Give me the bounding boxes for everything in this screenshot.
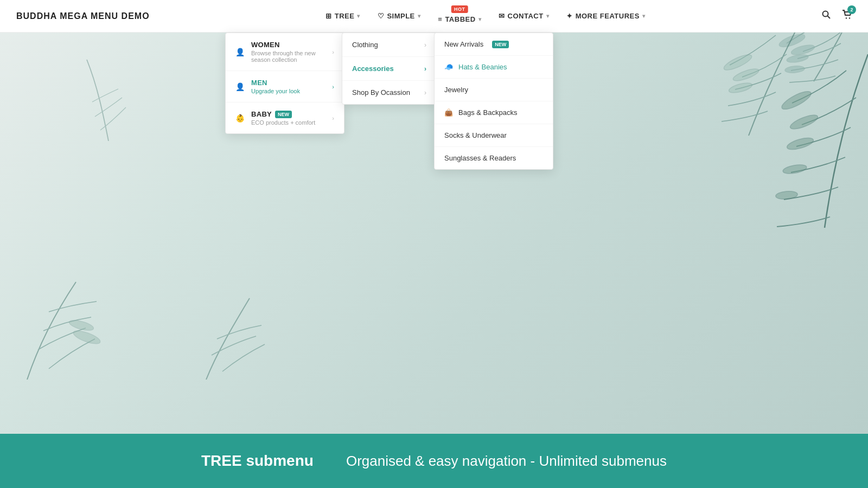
women-title: WOMEN (251, 41, 332, 49)
acc-item-jewelry[interactable]: Jewelry (435, 79, 553, 101)
chevron-right-icon: › (424, 65, 426, 73)
acc-item-bags-backpacks[interactable]: 👜 Bags & Backpacks (435, 101, 553, 124)
search-button[interactable] (821, 10, 831, 22)
svg-point-9 (780, 88, 813, 112)
more-features-icon: ✦ (566, 12, 573, 20)
women-subtitle: Browse through the new season collection (251, 50, 332, 63)
bags-backpacks-label: Bags & Backpacks (458, 108, 517, 117)
men-icon: 👤 (235, 82, 245, 91)
fern-far-right (678, 54, 868, 380)
clothing-item-accessories[interactable]: Accessories › (342, 57, 436, 81)
hat-icon: 🧢 (444, 63, 453, 71)
chevron-right-icon: › (332, 49, 334, 55)
footer-bar: TREE submenu Organised & easy navigation… (0, 434, 868, 488)
tree-item-men[interactable]: 👤 MEN Upgrade your look › (226, 71, 344, 102)
footer-title: TREE submenu (201, 452, 314, 470)
main-nav: ⊞ TREE ▾ ♡ SIMPLE ▾ HOT ≡ TABBED ▾ ✉ CON… (317, 0, 654, 33)
shop-by-occasion-label: Shop By Ocassion (352, 88, 410, 97)
fern-top-left (54, 33, 163, 141)
cart-button[interactable]: 2 (842, 10, 852, 22)
new-badge: NEW (275, 111, 292, 118)
chevron-down-icon: ▾ (418, 13, 421, 19)
nav-label-tree: TREE (335, 12, 355, 20)
nav-item-tree[interactable]: ⊞ TREE ▾ (317, 0, 369, 33)
accessories-dropdown: New Arrivals NEW 🧢 Hats & Beanies Jewelr… (434, 33, 553, 170)
nav-label-simple: SIMPLE (387, 12, 414, 20)
baby-title: BABY (251, 110, 272, 118)
sunglasses-readers-label: Sunglasses & Readers (444, 154, 516, 162)
clothing-item-shop-by-occasion[interactable]: Shop By Ocassion › (342, 81, 436, 104)
hats-beanies-label: Hats & Beanies (458, 63, 507, 71)
tree-icon: ⊞ (326, 12, 332, 20)
chevron-down-icon: ▾ (357, 13, 360, 19)
svg-line-15 (828, 16, 831, 19)
svg-point-8 (68, 318, 94, 332)
baby-subtitle: ECO products + comfort (251, 119, 315, 126)
svg-point-16 (846, 17, 847, 18)
clothing-dropdown: Clothing › Accessories › Shop By Ocassio… (342, 33, 437, 105)
new-arrivals-label: New Arrivals (444, 40, 483, 48)
logo: BUDDHA MEGA MENU DEMO (16, 11, 150, 21)
women-icon: 👤 (235, 48, 245, 56)
svg-point-10 (789, 112, 819, 131)
chevron-right-icon: › (424, 41, 426, 49)
new-badge: NEW (492, 41, 509, 48)
chevron-down-icon: ▾ (478, 16, 482, 22)
clothing-item-clothing[interactable]: Clothing › (342, 33, 436, 57)
svg-point-11 (786, 136, 814, 151)
chevron-down-icon: ▾ (642, 13, 646, 19)
hot-badge: HOT (451, 5, 468, 13)
clothing-label: Clothing (352, 41, 378, 49)
nav-item-contact[interactable]: ✉ CONTACT ▾ (490, 0, 558, 33)
fern-bottom-center (163, 244, 326, 380)
chevron-down-icon: ▾ (546, 13, 550, 19)
acc-item-hats-beanies[interactable]: 🧢 Hats & Beanies (435, 56, 553, 79)
svg-point-12 (782, 163, 807, 175)
nav-label-contact: CONTACT (508, 12, 544, 20)
nav-item-tabbed[interactable]: HOT ≡ TABBED ▾ (429, 0, 490, 33)
fern-left-bottom (0, 190, 190, 380)
cart-count: 2 (847, 5, 856, 14)
nav-label-more-features: MORE FEATURES (576, 12, 640, 20)
header: BUDDHA MEGA MENU DEMO ⊞ TREE ▾ ♡ SIMPLE … (0, 0, 868, 33)
chevron-right-icon: › (332, 115, 334, 121)
baby-icon: 👶 (235, 114, 245, 123)
acc-item-new-arrivals[interactable]: New Arrivals NEW (435, 33, 553, 56)
tree-dropdown: 👤 WOMEN Browse through the new season co… (225, 33, 344, 134)
tabbed-icon: ≡ (438, 15, 442, 23)
acc-item-sunglasses-readers[interactable]: Sunglasses & Readers (435, 147, 553, 169)
jewelry-label: Jewelry (444, 86, 468, 94)
socks-underwear-label: Socks & Underwear (444, 131, 507, 139)
men-subtitle: Upgrade your look (251, 88, 300, 94)
accessories-label: Accessories (352, 65, 394, 73)
svg-point-14 (823, 11, 828, 17)
svg-point-13 (775, 190, 797, 200)
tree-item-baby[interactable]: 👶 BABY NEW ECO products + comfort › (226, 102, 344, 133)
men-title: MEN (251, 79, 300, 87)
nav-label-tabbed: TABBED (445, 15, 475, 23)
chevron-right-icon: › (332, 84, 334, 90)
chevron-right-icon: › (424, 89, 426, 97)
contact-icon: ✉ (499, 12, 505, 20)
tree-item-women[interactable]: 👤 WOMEN Browse through the new season co… (226, 33, 344, 71)
acc-item-socks-underwear[interactable]: Socks & Underwear (435, 124, 553, 147)
bag-icon: 👜 (444, 108, 453, 117)
svg-point-17 (849, 17, 850, 18)
nav-item-more-features[interactable]: ✦ MORE FEATURES ▾ (558, 0, 654, 33)
simple-icon: ♡ (378, 12, 385, 20)
footer-subtitle: Organised & easy navigation - Unlimited … (346, 453, 667, 470)
header-icons: 2 (821, 10, 852, 22)
nav-item-simple[interactable]: ♡ SIMPLE ▾ (369, 0, 429, 33)
